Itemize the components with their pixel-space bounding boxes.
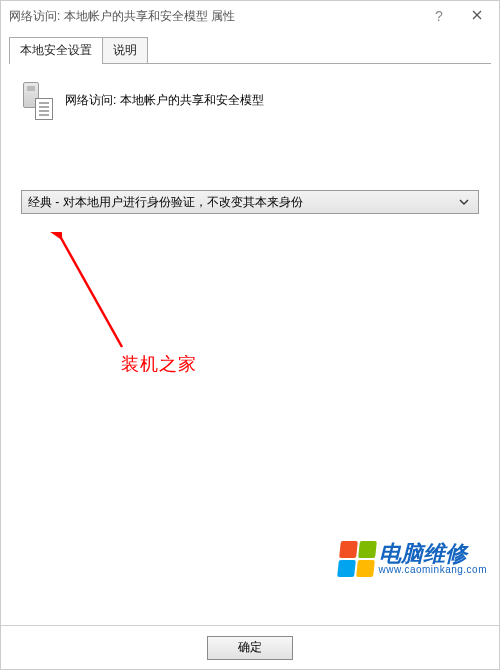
dropdown-selected-value: 经典 - 对本地用户进行身份验证，不改变其本来身份: [28, 194, 456, 211]
ok-button[interactable]: 确定: [207, 636, 293, 660]
chevron-down-icon: [456, 197, 472, 207]
close-icon: [472, 9, 482, 23]
tab-explain[interactable]: 说明: [102, 37, 148, 64]
titlebar: 网络访问: 本地帐户的共享和安全模型 属性 ?: [1, 1, 499, 31]
annotation-text: 装机之家: [121, 352, 197, 376]
window-title: 网络访问: 本地帐户的共享和安全模型 属性: [9, 8, 424, 25]
tab-local-security-settings[interactable]: 本地安全设置: [9, 37, 103, 64]
ok-button-label: 确定: [238, 639, 262, 656]
annotation-arrow: [37, 232, 127, 352]
tab-content: 网络访问: 本地帐户的共享和安全模型 经典 - 对本地用户进行身份验证，不改变其…: [9, 64, 491, 617]
policy-header: 网络访问: 本地帐户的共享和安全模型: [21, 80, 479, 120]
watermark-url: www.caominkang.com: [379, 565, 487, 575]
window-controls: ?: [424, 1, 499, 31]
tab-strip: 本地安全设置 说明: [1, 31, 499, 64]
watermark: 电脑维修 www.caominkang.com: [339, 541, 487, 577]
policy-title: 网络访问: 本地帐户的共享和安全模型: [65, 92, 264, 109]
svg-line-2: [61, 238, 122, 347]
dialog-footer: 确定: [1, 625, 499, 669]
dialog-window: 网络访问: 本地帐户的共享和安全模型 属性 ? 本地安全设置 说明: [0, 0, 500, 670]
sharing-model-dropdown[interactable]: 经典 - 对本地用户进行身份验证，不改变其本来身份: [21, 190, 479, 214]
help-button[interactable]: ?: [424, 1, 454, 31]
watermark-brand: 电脑维修: [379, 543, 487, 565]
close-button[interactable]: [454, 1, 499, 31]
tab-label: 本地安全设置: [20, 43, 92, 57]
windows-flag-icon: [337, 541, 377, 577]
tab-label: 说明: [113, 43, 137, 57]
help-icon: ?: [435, 8, 443, 24]
policy-icon: [21, 80, 53, 120]
